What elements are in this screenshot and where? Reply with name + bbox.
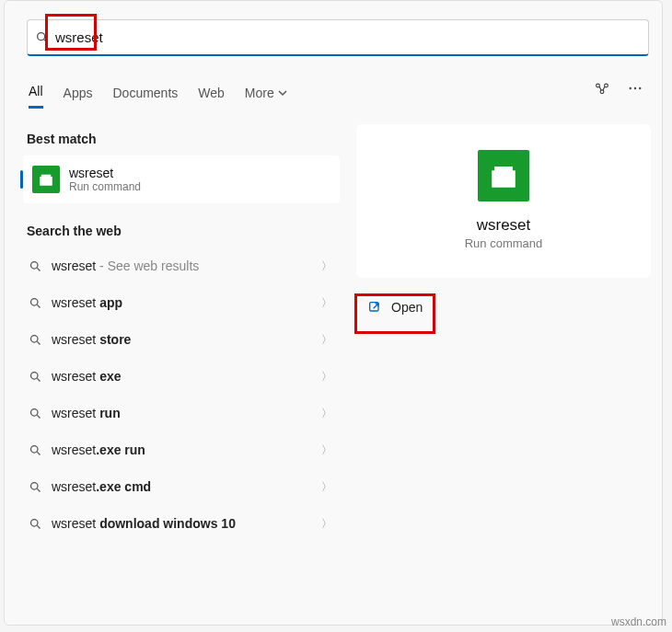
- chevron-right-icon: 〉: [321, 479, 332, 495]
- web-item-text: wsreset: [52, 442, 96, 457]
- svg-line-25: [37, 488, 40, 491]
- svg-point-7: [639, 87, 641, 89]
- svg-point-5: [630, 87, 631, 89]
- tab-more[interactable]: More: [245, 82, 287, 108]
- web-item-bold: run: [99, 406, 121, 420]
- best-match-item[interactable]: wsreset Run command: [23, 155, 340, 203]
- chevron-right-icon: 〉: [321, 259, 332, 274]
- svg-point-18: [31, 372, 39, 379]
- search-icon: [29, 407, 42, 420]
- detail-subtitle: Run command: [371, 236, 636, 250]
- web-item-bold: .exe cmd: [96, 479, 151, 494]
- web-item[interactable]: wsreset - See web results 〉: [23, 247, 340, 284]
- web-item-text: wsreset: [52, 479, 96, 494]
- chevron-right-icon: 〉: [321, 442, 332, 458]
- web-item[interactable]: wsreset.exe cmd 〉: [23, 468, 340, 505]
- more-options-icon[interactable]: [627, 80, 643, 100]
- search-icon: [29, 333, 42, 347]
- svg-rect-9: [47, 178, 49, 180]
- svg-point-24: [31, 482, 39, 489]
- tab-documents[interactable]: Documents: [112, 82, 178, 108]
- detail-card: wsreset Run command: [356, 124, 651, 278]
- chevron-right-icon: 〉: [321, 516, 332, 532]
- web-item[interactable]: wsreset exe 〉: [23, 358, 340, 395]
- heading-search-web: Search the web: [27, 224, 336, 238]
- svg-point-20: [31, 408, 39, 416]
- svg-line-1: [44, 40, 47, 42]
- results-right: wsreset Run command Open: [356, 124, 651, 324]
- svg-line-17: [37, 341, 40, 344]
- web-item[interactable]: wsreset app 〉: [23, 284, 340, 321]
- svg-line-15: [37, 305, 40, 307]
- web-results: wsreset - See web results 〉 wsreset app …: [23, 247, 340, 542]
- detail-title: wsreset: [371, 216, 636, 235]
- chevron-right-icon: 〉: [321, 369, 332, 385]
- svg-point-26: [31, 519, 39, 526]
- search-icon: [29, 296, 42, 310]
- watermark: wsxdn.com: [611, 615, 666, 628]
- web-item-bold: .exe run: [96, 442, 145, 457]
- svg-rect-28: [498, 175, 502, 178]
- web-item-text: wsreset: [52, 259, 96, 273]
- best-match-subtitle: Run command: [69, 180, 141, 193]
- best-match-text: wsreset Run command: [69, 166, 141, 193]
- svg-rect-29: [504, 175, 508, 178]
- svg-point-14: [31, 298, 39, 305]
- svg-line-13: [37, 268, 40, 270]
- store-icon: [32, 166, 60, 193]
- chevron-right-icon: 〉: [321, 332, 332, 348]
- search-icon: [29, 259, 42, 273]
- web-item-suffix: - See web results: [96, 259, 199, 273]
- svg-rect-30: [498, 179, 502, 183]
- web-item-text: wsreset: [52, 406, 99, 420]
- svg-line-27: [37, 525, 40, 528]
- tab-more-label: More: [245, 86, 274, 100]
- svg-point-12: [31, 261, 39, 269]
- chevron-down-icon: [278, 88, 287, 98]
- web-item[interactable]: wsreset download windows 10 〉: [23, 505, 340, 542]
- svg-point-16: [31, 335, 39, 342]
- svg-rect-8: [43, 178, 45, 180]
- search-icon: [29, 370, 42, 384]
- store-icon-large: [478, 150, 529, 201]
- web-item[interactable]: wsreset store 〉: [23, 321, 340, 358]
- search-window: wsreset All Apps Documents Web More Best…: [4, 0, 663, 626]
- svg-point-6: [634, 87, 636, 89]
- web-item-bold: exe: [99, 369, 121, 384]
- search-icon: [35, 30, 50, 45]
- open-icon: [367, 300, 382, 315]
- tab-all[interactable]: All: [29, 80, 43, 109]
- svg-line-23: [37, 452, 40, 454]
- web-item-text: wsreset: [52, 295, 99, 310]
- svg-rect-31: [504, 179, 508, 183]
- filter-tabs: All Apps Documents Web More: [29, 80, 287, 109]
- open-action[interactable]: Open: [356, 291, 651, 324]
- chevron-right-icon: 〉: [321, 295, 332, 311]
- svg-line-21: [37, 415, 40, 418]
- search-row: wsreset: [19, 19, 651, 56]
- tab-apps[interactable]: Apps: [64, 82, 93, 108]
- web-item[interactable]: wsreset.exe run 〉: [23, 431, 340, 468]
- web-item-text: wsreset: [52, 369, 99, 384]
- web-item[interactable]: wsreset run 〉: [23, 395, 340, 431]
- svg-line-19: [37, 378, 40, 381]
- chevron-right-icon: 〉: [321, 406, 332, 421]
- flow-icon[interactable]: [594, 80, 610, 100]
- search-icon: [29, 443, 42, 457]
- svg-rect-11: [47, 181, 49, 183]
- svg-point-22: [31, 445, 39, 453]
- tab-web[interactable]: Web: [198, 82, 225, 108]
- search-input-value: wsreset: [55, 29, 103, 45]
- svg-rect-10: [43, 181, 45, 183]
- web-item-bold: download windows 10: [99, 516, 236, 531]
- web-item-text: wsreset: [52, 516, 99, 531]
- web-item-bold: store: [99, 332, 131, 347]
- search-input[interactable]: wsreset: [27, 19, 649, 56]
- heading-best-match: Best match: [27, 132, 336, 146]
- search-icon: [29, 480, 42, 494]
- web-item-bold: app: [99, 295, 122, 310]
- top-right-icons: [594, 80, 643, 100]
- web-item-text: wsreset: [52, 332, 99, 347]
- open-label: Open: [391, 300, 423, 315]
- best-match-title: wsreset: [69, 166, 141, 180]
